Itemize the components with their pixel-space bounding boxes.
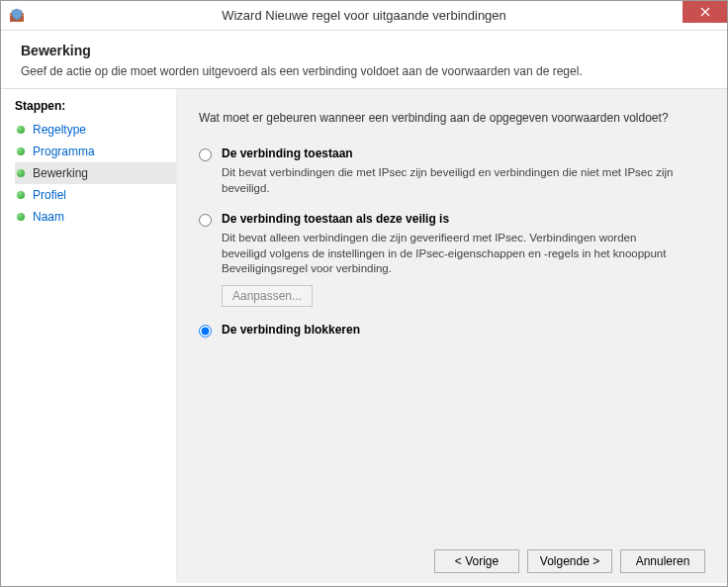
back-button[interactable]: < Vorige [434, 549, 519, 573]
step-regeltype[interactable]: Regeltype [15, 119, 176, 141]
step-programma[interactable]: Programma [15, 141, 176, 162]
window-title: Wizard Nieuwe regel voor uitgaande verbi… [1, 8, 727, 23]
step-naam[interactable]: Naam [15, 206, 176, 228]
firewall-icon [9, 8, 25, 24]
bullet-icon [17, 169, 25, 177]
option-block-title: De verbinding blokkeren [222, 323, 360, 337]
close-icon [700, 7, 710, 17]
next-button[interactable]: Volgende > [527, 549, 612, 573]
radio-block[interactable] [199, 325, 212, 338]
bullet-icon [17, 213, 25, 221]
option-allow-secure-title: De verbinding toestaan als deze veilig i… [222, 212, 449, 226]
radio-allow-secure[interactable] [199, 214, 212, 227]
cancel-button[interactable]: Annuleren [620, 549, 705, 573]
body: Stappen: Regeltype Programma Bewerking P… [1, 89, 727, 583]
main-panel: Wat moet er gebeuren wanneer een verbind… [177, 89, 727, 583]
option-allow-title: De verbinding toestaan [222, 147, 353, 160]
radio-allow[interactable] [199, 148, 212, 161]
step-profiel[interactable]: Profiel [15, 184, 176, 206]
sidebar-title: Stappen: [15, 99, 176, 113]
customize-button: Aanpassen... [222, 285, 313, 307]
option-block-row[interactable]: De verbinding blokkeren [199, 323, 705, 338]
page-title: Bewerking [21, 43, 711, 58]
option-allow-desc: Dit bevat verbindingen die met IPsec zij… [222, 165, 677, 196]
option-allow-secure-row[interactable]: De verbinding toestaan als deze veilig i… [199, 212, 705, 227]
option-block: De verbinding blokkeren [199, 323, 705, 342]
step-label: Programma [33, 145, 95, 158]
close-button[interactable] [682, 1, 727, 23]
footer: < Vorige Volgende > Annuleren [199, 538, 705, 573]
step-label: Bewerking [33, 166, 88, 180]
step-label: Profiel [33, 188, 66, 202]
option-allow: De verbinding toestaan Dit bevat verbind… [199, 147, 705, 196]
step-label: Regeltype [33, 123, 86, 137]
step-label: Naam [33, 210, 64, 224]
option-allow-row[interactable]: De verbinding toestaan [199, 147, 705, 161]
bullet-icon [17, 147, 25, 155]
sidebar: Stappen: Regeltype Programma Bewerking P… [1, 89, 177, 583]
bullet-icon [17, 191, 25, 199]
option-allow-secure: De verbinding toestaan als deze veilig i… [199, 212, 705, 307]
bullet-icon [17, 126, 25, 134]
main-question: Wat moet er gebeuren wanneer een verbind… [199, 111, 705, 125]
step-bewerking[interactable]: Bewerking [15, 162, 176, 184]
titlebar: Wizard Nieuwe regel voor uitgaande verbi… [1, 1, 727, 31]
option-allow-secure-desc: Dit bevat alleen verbindingen die zijn g… [222, 231, 677, 277]
page-description: Geef de actie op die moet worden uitgevo… [21, 64, 711, 78]
page-header: Bewerking Geef de actie op die moet word… [1, 31, 727, 89]
